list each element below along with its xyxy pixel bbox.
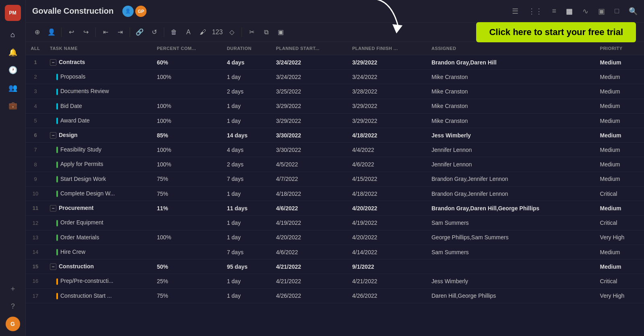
table-row[interactable]: 10Complete Design W...75%1 day4/18/20224… <box>26 187 644 201</box>
user-avatar[interactable]: G <box>6 317 20 331</box>
col-duration[interactable]: DURATION <box>222 42 271 55</box>
task-name-cell[interactable]: Complete Design W... <box>45 187 152 201</box>
table-row[interactable]: 17Construction Start ...75%1 day4/26/202… <box>26 288 644 303</box>
priority-cell: Medium <box>595 128 644 143</box>
nav-grid-icon[interactable]: ▦ <box>564 5 574 17</box>
free-trial-banner[interactable]: Click here to start your free trial <box>476 22 636 42</box>
task-name-cell[interactable]: Award Date <box>45 113 152 128</box>
sidebar-item-home[interactable]: ⌂ <box>6 27 20 42</box>
start-cell: 3/25/2022 <box>271 84 347 99</box>
table-row[interactable]: 8Apply for Permits100%2 days4/5/20224/6/… <box>26 157 644 172</box>
table-row[interactable]: 1−Contracts60%4 days3/24/20223/29/2022Br… <box>26 55 644 70</box>
cut-button[interactable]: ✂ <box>245 26 258 39</box>
svg-marker-0 <box>392 24 402 33</box>
table-row[interactable]: 7Feasibility Study100%4 days3/30/20224/4… <box>26 143 644 157</box>
nav-chart-icon[interactable]: ∿ <box>581 5 590 17</box>
task-name-cell[interactable]: Construction Start ... <box>45 288 152 303</box>
col-start[interactable]: PLANNED START... <box>271 42 347 55</box>
task-name-cell[interactable]: Feasibility Study <box>45 143 152 157</box>
task-name-cell[interactable]: Order Materials <box>45 230 152 245</box>
table-row[interactable]: 15−Construction50%95 days4/21/20229/1/20… <box>26 259 644 274</box>
table-row[interactable]: 9Start Design Work75%7 days4/7/20224/15/… <box>26 172 644 186</box>
table-row[interactable]: 6−Design85%14 days3/30/20224/18/2022Jess… <box>26 128 644 143</box>
nav-calendar-icon[interactable]: ▣ <box>597 5 607 17</box>
task-name-cell[interactable]: Order Equipment <box>45 216 152 230</box>
table-row[interactable]: 12Order Equipment1 day4/19/20224/19/2022… <box>26 216 644 230</box>
sidebar-item-people[interactable]: 👥 <box>6 81 20 95</box>
add-task-button[interactable]: ⊕ <box>31 26 43 39</box>
table-row[interactable]: 2Proposals100%1 day3/24/20223/24/2022Mik… <box>26 70 644 84</box>
paste-button[interactable]: ▣ <box>274 26 287 39</box>
row-id: 5 <box>26 113 45 128</box>
add-user-button[interactable]: 👤 <box>45 26 58 39</box>
group-toggle[interactable]: − <box>50 59 56 66</box>
copy-button[interactable]: ⧉ <box>260 26 272 39</box>
task-name-cell[interactable]: Proposals <box>45 70 152 84</box>
nav-avatar-2[interactable]: GP <box>134 5 147 18</box>
task-name-cell[interactable]: Hire Crew <box>45 245 152 259</box>
table-row[interactable]: 4Bid Date100%1 day3/29/20223/29/2022Mike… <box>26 99 644 113</box>
task-name-cell[interactable]: −Contracts <box>45 55 152 70</box>
nav-list-icon[interactable]: ☰ <box>510 5 520 17</box>
app-logo[interactable]: PM <box>5 5 21 21</box>
duration-cell: 14 days <box>222 128 271 143</box>
task-name-cell[interactable]: −Procurement <box>45 201 152 216</box>
task-name-cell[interactable]: Bid Date <box>45 99 152 113</box>
nav-doc-icon[interactable]: □ <box>613 5 621 17</box>
sidebar-item-recent[interactable]: 🕐 <box>6 63 20 77</box>
row-id: 4 <box>26 99 45 113</box>
finish-cell: 4/20/2022 <box>347 201 427 216</box>
col-task-name[interactable]: TASK NAME <box>45 42 152 55</box>
table-row[interactable]: 13Order Materials100%1 day4/20/20224/20/… <box>26 230 644 245</box>
start-cell: 4/19/2022 <box>271 216 347 230</box>
task-name-cell[interactable]: Prep/Pre-constructi... <box>45 274 152 288</box>
task-name-cell[interactable]: −Design <box>45 128 152 143</box>
nav-filter-icon[interactable]: ≡ <box>551 5 558 17</box>
task-name-cell[interactable]: −Construction <box>45 259 152 274</box>
table-row[interactable]: 14Hire Crew7 days4/6/20224/14/2022Sam Su… <box>26 245 644 259</box>
col-priority[interactable]: PRIORITY <box>595 42 644 55</box>
group-toggle[interactable]: − <box>50 132 56 139</box>
col-finish[interactable]: PLANNED FINISH ... <box>347 42 427 55</box>
link-button[interactable]: 🔗 <box>133 26 146 39</box>
unlink-button[interactable]: ↺ <box>148 26 161 39</box>
sidebar-item-add[interactable]: ＋ <box>6 281 20 296</box>
outdent-button[interactable]: ⇤ <box>99 26 112 39</box>
row-color-bar <box>56 176 58 183</box>
table-row[interactable]: 11−Procurement11%11 days4/6/20224/20/202… <box>26 201 644 216</box>
undo-button[interactable]: ↩ <box>65 26 78 39</box>
paint-button[interactable]: 🖌 <box>196 26 209 39</box>
delete-button[interactable]: 🗑 <box>167 26 180 39</box>
font-button[interactable]: A <box>182 26 195 39</box>
nav-columns-icon[interactable]: ⋮⋮ <box>526 5 544 17</box>
table-row[interactable]: 5Award Date100%1 day3/29/20223/29/2022Mi… <box>26 113 644 128</box>
task-name-cell[interactable]: Apply for Permits <box>45 157 152 172</box>
col-assigned[interactable]: ASSIGNED <box>427 42 595 55</box>
nav-avatar-1[interactable]: 👤 <box>122 5 134 18</box>
table-row[interactable]: 16Prep/Pre-constructi...25%1 day4/21/202… <box>26 274 644 288</box>
table-row[interactable]: 3Documents Review2 days3/25/20223/28/202… <box>26 84 644 99</box>
col-percent[interactable]: PERCENT COM... <box>152 42 222 55</box>
search-button[interactable]: 🔍 <box>629 7 638 16</box>
redo-button[interactable]: ↪ <box>79 26 92 39</box>
start-cell: 3/30/2022 <box>271 128 347 143</box>
priority-cell: Medium <box>595 201 644 216</box>
priority-cell: Critical <box>595 274 644 288</box>
indent-button[interactable]: ⇥ <box>114 26 126 39</box>
task-name-cell[interactable]: Documents Review <box>45 84 152 99</box>
col-all[interactable]: ALL <box>26 42 45 55</box>
shape-button[interactable]: ◇ <box>225 26 238 39</box>
task-name-cell[interactable]: Start Design Work <box>45 172 152 186</box>
percent-cell: 75% <box>152 172 222 186</box>
sidebar-item-portfolio[interactable]: 💼 <box>6 98 20 113</box>
sidebar-item-notifications[interactable]: 🔔 <box>6 45 20 60</box>
sidebar-item-help[interactable]: ？ <box>6 299 20 313</box>
number-button[interactable]: 123 <box>211 26 224 39</box>
group-toggle[interactable]: − <box>50 205 56 212</box>
group-toggle[interactable]: − <box>50 263 56 270</box>
row-color-bar <box>56 249 58 255</box>
percent-cell: 50% <box>152 259 222 274</box>
assigned-cell: Jennifer Lennon <box>427 157 595 172</box>
percent-cell <box>152 216 222 230</box>
start-cell: 4/21/2022 <box>271 259 347 274</box>
